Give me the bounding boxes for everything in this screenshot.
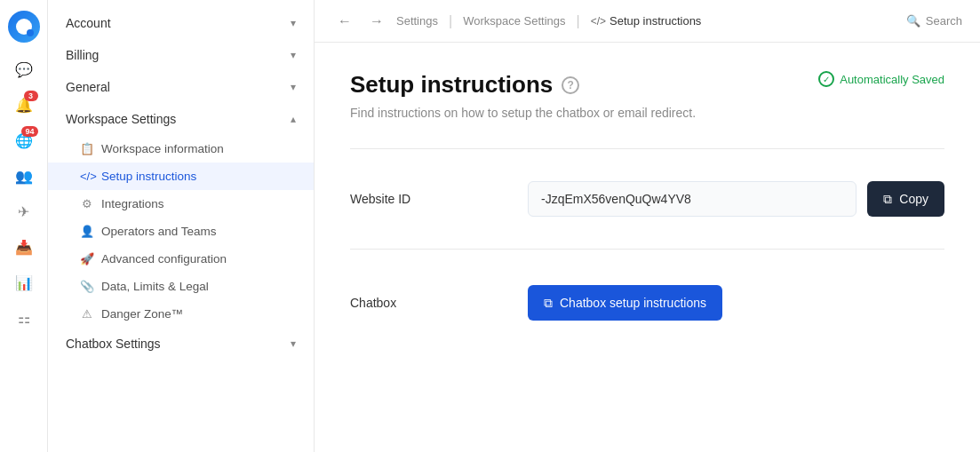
icon-grid[interactable]: ⚏ xyxy=(8,302,40,334)
notification-badge: 3 xyxy=(24,91,38,101)
back-button[interactable]: ← xyxy=(332,9,357,34)
auto-saved-indicator: ✓ Automatically Saved xyxy=(818,71,944,87)
person-icon: 👤 xyxy=(80,225,94,238)
copy-icon: ⧉ xyxy=(883,192,892,207)
nav-sub-integrations[interactable]: ⚙ Integrations xyxy=(48,190,314,218)
website-id-label: Website ID xyxy=(350,192,528,206)
page-subtitle: Find instructions on how to setup the ch… xyxy=(350,106,944,120)
nav-sub-advanced-config[interactable]: 🚀 Advanced configuration xyxy=(48,245,314,273)
nav-sub-workspace-information[interactable]: 📋 Workspace information xyxy=(48,135,314,163)
nav-sidebar: Account ▾ Billing ▾ General ▾ Workspace … xyxy=(48,0,315,452)
search-icon: 🔍 xyxy=(906,14,920,28)
copy-button[interactable]: ⧉ Copy xyxy=(867,181,944,217)
icon-chat[interactable]: 💬 xyxy=(8,53,40,85)
warning-icon: ⚠ xyxy=(80,307,94,321)
nav-sub-danger-zone[interactable]: ⚠ Danger Zone™ xyxy=(48,300,314,328)
website-id-input-group: ⧉ Copy xyxy=(528,181,944,217)
icon-analytics[interactable]: 📊 xyxy=(8,266,40,298)
icon-people[interactable]: 👥 xyxy=(8,160,40,192)
icon-sidebar: 💬 🔔 3 🌐 94 👥 ✈ 📥 📊 ⚏ xyxy=(0,0,48,452)
nav-sub-setup-instructions[interactable]: </> Setup instructions xyxy=(48,163,314,190)
page-title: Setup instructions xyxy=(350,71,553,99)
content-header: Setup instructions ? ✓ Automatically Sav… xyxy=(350,71,944,99)
icon-globe[interactable]: 🌐 94 xyxy=(8,124,40,156)
divider-2 xyxy=(350,249,944,250)
breadcrumb-workspace-settings[interactable]: Workspace Settings xyxy=(463,14,565,28)
forward-button[interactable]: → xyxy=(364,9,389,34)
main-content: ← → Settings | Workspace Settings | </> … xyxy=(315,0,980,452)
nav-sub-operators-teams[interactable]: 👤 Operators and Teams xyxy=(48,218,314,245)
nav-billing[interactable]: Billing ▾ xyxy=(48,39,314,71)
external-link-icon: ⧉ xyxy=(544,296,553,311)
icon-inbox[interactable]: 📥 xyxy=(8,231,40,263)
breadcrumb-setup-instructions: </> Setup instructions xyxy=(591,14,702,28)
chatbox-setup-button[interactable]: ⧉ Chatbox setup instructions xyxy=(528,285,722,321)
chevron-down-icon: ▾ xyxy=(291,49,296,61)
chevron-down-icon: ▾ xyxy=(291,17,296,29)
website-id-row: Website ID ⧉ Copy xyxy=(350,167,944,231)
nav-general[interactable]: General ▾ xyxy=(48,71,314,103)
content-area: Setup instructions ? ✓ Automatically Sav… xyxy=(315,43,980,452)
nav-account[interactable]: Account ▾ xyxy=(48,7,314,39)
chatbox-label: Chatbox xyxy=(350,296,528,310)
nav-chatbox-settings[interactable]: Chatbox Settings ▾ xyxy=(48,328,314,360)
chevron-up-icon: ▴ xyxy=(291,113,296,125)
breadcrumb-settings[interactable]: Settings xyxy=(396,14,438,28)
divider-1 xyxy=(350,148,944,149)
nav-sub-data-limits[interactable]: 📎 Data, Limits & Legal xyxy=(48,273,314,300)
rocket-icon: 🚀 xyxy=(80,252,94,266)
icon-send[interactable]: ✈ xyxy=(8,195,40,227)
integrations-icon: ⚙ xyxy=(80,197,94,210)
breadcrumb-separator-2: | xyxy=(577,13,580,29)
chevron-down-icon: ▾ xyxy=(291,337,296,350)
chatbox-row: Chatbox ⧉ Chatbox setup instructions xyxy=(350,267,944,338)
check-circle-icon: ✓ xyxy=(818,71,834,87)
clipboard-icon: 📋 xyxy=(80,142,94,155)
code-icon: </> xyxy=(80,170,94,183)
chevron-down-icon: ▾ xyxy=(291,81,296,93)
topbar: ← → Settings | Workspace Settings | </> … xyxy=(315,0,980,43)
search-button[interactable]: 🔍 Search xyxy=(906,14,962,28)
page-title-row: Setup instructions ? xyxy=(350,71,579,99)
globe-badge: 94 xyxy=(21,126,37,137)
icon-notifications[interactable]: 🔔 3 xyxy=(8,89,40,121)
nav-workspace-settings[interactable]: Workspace Settings ▴ xyxy=(48,103,314,135)
paperclip-icon: 📎 xyxy=(80,280,94,293)
website-id-input[interactable] xyxy=(528,181,857,217)
help-icon[interactable]: ? xyxy=(562,76,579,94)
breadcrumb-separator-1: | xyxy=(449,13,452,29)
app-logo[interactable] xyxy=(8,11,40,43)
code-breadcrumb-icon: </> xyxy=(591,15,606,28)
